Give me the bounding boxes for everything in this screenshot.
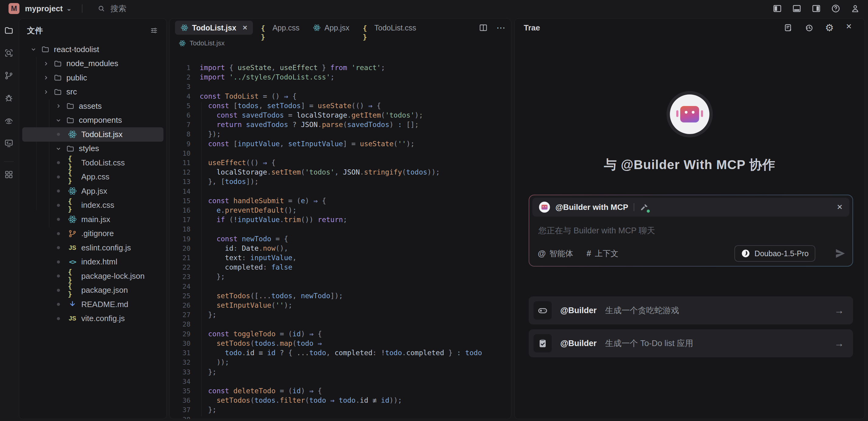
breadcrumb[interactable]: TodoList.jsx: [169, 37, 511, 50]
settings-icon[interactable]: ⚙: [825, 23, 835, 33]
file-dot: [57, 317, 60, 320]
code-line-19: 19 const newTodo = {: [169, 234, 511, 244]
js-icon: JS: [68, 243, 77, 252]
search-icon: [97, 4, 105, 13]
tree-item-App.jsx[interactable]: App.jsx: [22, 184, 163, 198]
global-search[interactable]: 搜索: [97, 3, 126, 14]
tree-item-vite.config.js[interactable]: JSvite.config.js: [22, 312, 163, 326]
tree-item-public[interactable]: public: [22, 71, 163, 85]
assistant-header: Trae ⚙✕: [515, 19, 865, 37]
split-editor-icon[interactable]: [479, 23, 488, 32]
layout-bottom-icon[interactable]: [792, 4, 802, 13]
model-name: Doubao-1.5-Pro: [754, 249, 809, 258]
tree-item-node_modules[interactable]: node_modules: [22, 57, 163, 71]
suggestion-card-2[interactable]: @Builder生成一个 To-Do list 应用→: [529, 329, 853, 357]
tree-item-index.css[interactable]: { }index.css: [22, 198, 163, 213]
tree-item-label: react-todolist: [54, 45, 99, 54]
tree-item-label: package.json: [81, 285, 128, 295]
line-number: 27: [169, 310, 200, 319]
code-line-26: 26 setInputValue('');: [169, 301, 511, 310]
activity-item-search[interactable]: [4, 48, 14, 58]
filter-icon[interactable]: [149, 26, 159, 35]
code-text: import '../styles/TodoList.css';: [200, 73, 335, 82]
project-switcher[interactable]: myproject ⌄: [25, 4, 71, 13]
activity-item-remote[interactable]: [4, 138, 14, 148]
tree-item-.gitignore[interactable]: .gitignore: [22, 227, 163, 241]
code-text: setTodos([...todos, newTodo]);: [200, 291, 343, 301]
file-dot: [57, 190, 60, 193]
tree-item-assets[interactable]: assets: [22, 99, 163, 113]
code-line-10: 10: [169, 149, 511, 158]
model-selector[interactable]: Doubao-1.5-Pro: [734, 245, 815, 262]
line-number: 3: [169, 82, 200, 91]
history-icon[interactable]: [804, 23, 814, 33]
activity-item-preview[interactable]: [4, 116, 14, 125]
assistant-heading: 与 @Builder With MCP 协作: [604, 156, 775, 173]
code-text: id: Date.now(),: [200, 244, 288, 253]
tree-item-eslint.config.js[interactable]: JSeslint.config.js: [22, 241, 163, 255]
tree-item-package-lock.json[interactable]: { }package-lock.json: [22, 269, 163, 283]
tree-item-TodoList.css[interactable]: { }TodoList.css: [22, 156, 163, 170]
tabs: TodoList.jsx✕{ }App.cssApp.jsx{ }TodoLis…: [175, 21, 424, 35]
code-line-28: 28: [169, 319, 511, 329]
tools-icon[interactable]: [640, 203, 649, 212]
activity-item-debug[interactable]: [4, 93, 14, 103]
activity-item-extensions[interactable]: [4, 170, 14, 179]
close-panel-icon[interactable]: ✕: [846, 23, 856, 33]
app-logo[interactable]: M: [8, 3, 20, 14]
code-text: };: [200, 310, 216, 319]
layout-right-icon[interactable]: [811, 4, 821, 13]
code-text: const savedTodos = localStorage.getItem(…: [200, 111, 423, 120]
new-chat-icon[interactable]: [784, 23, 794, 33]
file-dot: [57, 204, 60, 207]
code-line-7: 7 return savedTodos ? JSON.parse(savedTo…: [169, 120, 511, 130]
code-text: setInputValue('');: [200, 301, 292, 310]
layout-left-icon[interactable]: [772, 4, 782, 13]
line-number: 33: [169, 367, 200, 377]
tab-App.jsx[interactable]: App.jsx: [307, 21, 355, 35]
tree-item-App.css[interactable]: { }App.css: [22, 170, 163, 184]
code-text: e.preventDefault();: [200, 206, 297, 215]
code-line-11: 11 useEffect(() ⇒ {: [169, 158, 511, 168]
tree-item-components[interactable]: components: [22, 113, 163, 128]
tab-TodoList.css[interactable]: { }TodoList.css: [357, 21, 422, 35]
code-editor[interactable]: 1import { useState, useEffect } from 're…: [169, 63, 511, 419]
line-number: 17: [169, 215, 200, 225]
file-tree: react-todolistnode_modulespublicsrcasset…: [19, 43, 166, 326]
tree-item-TodoList.jsx[interactable]: TodoList.jsx: [22, 127, 163, 142]
robot-icon: [680, 106, 699, 122]
tab-TodoList.jsx[interactable]: TodoList.jsx✕: [175, 21, 253, 35]
code-line-3: 3: [169, 82, 511, 91]
more-actions-icon[interactable]: ⋯: [496, 23, 505, 32]
account-icon[interactable]: [850, 4, 860, 13]
tree-item-label: package-lock.json: [81, 272, 145, 281]
tab-label: App.jsx: [324, 24, 349, 32]
activity-item-source-control[interactable]: [4, 71, 14, 80]
activity-item-explorer[interactable]: [4, 26, 14, 35]
tree-item-styles[interactable]: styles: [22, 142, 163, 156]
braces-icon: { }: [68, 272, 77, 281]
line-number: 19: [169, 234, 200, 244]
tab-App.css[interactable]: { }App.css: [255, 21, 305, 35]
chat-input-box: @Builder with MCP ✕ 您正在与 Builder with MC…: [529, 195, 853, 266]
tree-item-src[interactable]: src: [22, 85, 163, 99]
tree-item-README.md[interactable]: README.md: [22, 297, 163, 312]
chat-agent-remove-icon[interactable]: ✕: [837, 203, 843, 212]
help-icon[interactable]: [831, 4, 841, 13]
code-line-25: 25 setTodos([...todos, newTodo]);: [169, 291, 511, 301]
editor-panel: TodoList.jsx✕{ }App.cssApp.jsx{ }TodoLis…: [169, 18, 511, 419]
code-line-20: 20 id: Date.now(),: [169, 244, 511, 253]
suggestion-card-1[interactable]: @Builder生成一个贪吃蛇游戏→: [529, 297, 853, 325]
tree-item-package.json[interactable]: { }package.json: [22, 283, 163, 298]
chat-input-placeholder[interactable]: 您正在与 Builder with MCP 聊天: [538, 225, 655, 236]
send-icon[interactable]: [834, 247, 846, 259]
tree-item-main.jsx[interactable]: main.jsx: [22, 212, 163, 227]
search-placeholder: 搜索: [111, 3, 126, 14]
line-number: 20: [169, 244, 200, 253]
tree-item-react-todolist[interactable]: react-todolist: [22, 43, 163, 57]
line-number: 28: [169, 319, 200, 329]
close-tab-icon[interactable]: ✕: [242, 24, 247, 31]
context-button[interactable]: # 上下文: [587, 248, 618, 259]
tree-item-index.html[interactable]: <>index.html: [22, 255, 163, 269]
agent-mention-button[interactable]: @ 智能体: [538, 248, 573, 259]
